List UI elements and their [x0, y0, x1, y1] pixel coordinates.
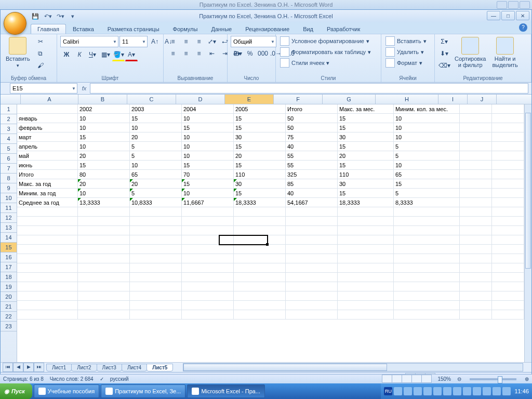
cell-J23[interactable] [492, 310, 524, 320]
cell-F20[interactable] [286, 282, 338, 291]
cell-G7[interactable]: 15 [338, 161, 394, 170]
cell-C8[interactable]: 65 [130, 170, 182, 179]
col-header-F[interactable]: F [274, 95, 323, 104]
cell-E22[interactable] [234, 301, 286, 310]
cell-G21[interactable] [338, 291, 394, 301]
cell-A2[interactable]: январь [17, 114, 78, 123]
cell-D7[interactable]: 15 [182, 161, 234, 170]
cell-A1[interactable] [17, 104, 78, 114]
start-button[interactable]: ◉ Пуск [0, 383, 32, 399]
cell-D23[interactable] [182, 310, 234, 320]
cell-E11[interactable]: 18,3333 [234, 198, 286, 207]
cell-B10[interactable]: 10 [78, 189, 130, 198]
sheet-tab-Лист1[interactable]: Лист1 [46, 364, 72, 371]
cell-G10[interactable]: 15 [338, 189, 394, 198]
cell-I11[interactable] [460, 198, 492, 207]
tray-icon[interactable] [502, 387, 511, 395]
cell-J15[interactable] [492, 235, 524, 245]
cell-A23[interactable] [17, 310, 78, 320]
cell-B23[interactable] [78, 310, 130, 320]
sheet-first-icon[interactable]: ⏮ [3, 363, 13, 372]
cell-E9[interactable]: 30 [234, 179, 286, 189]
sheet-next-icon[interactable]: ▶ [23, 363, 34, 372]
sheet-last-icon[interactable]: ⏭ [34, 363, 44, 372]
cell-G15[interactable] [338, 235, 394, 245]
formula-input[interactable] [90, 83, 528, 94]
tab-Вставка[interactable]: Вставка [66, 24, 101, 34]
cell-C21[interactable] [130, 291, 182, 301]
cell-E3[interactable]: 15 [234, 123, 286, 132]
cell-H5[interactable]: 5 [394, 142, 460, 151]
cell-B11[interactable]: 13,3333 [78, 198, 130, 207]
cell-E4[interactable]: 30 [234, 132, 286, 142]
cell-E2[interactable]: 15 [234, 114, 286, 123]
cell-G8[interactable]: 110 [338, 170, 394, 179]
tab-Вид[interactable]: Вид [296, 24, 320, 34]
cell-G18[interactable] [338, 263, 394, 273]
cell-F13[interactable] [286, 217, 338, 226]
cell-A19[interactable] [17, 273, 78, 282]
underline-button[interactable]: Ч▾ [86, 49, 99, 60]
cell-C14[interactable] [130, 226, 182, 235]
copy-icon[interactable]: ⧉ [34, 48, 47, 59]
align-right-icon[interactable]: ≡ [193, 48, 205, 59]
cell-J6[interactable] [492, 151, 524, 161]
cell-B14[interactable] [78, 226, 130, 235]
cell-B5[interactable]: 10 [78, 142, 130, 151]
word-close[interactable] [520, 1, 530, 9]
col-header-J[interactable]: J [468, 95, 497, 104]
cell-D19[interactable] [182, 273, 234, 282]
cell-F2[interactable]: 50 [286, 114, 338, 123]
cell-E1[interactable]: 2005 [234, 104, 286, 114]
row-header-10[interactable]: 10 [1, 193, 17, 203]
cell-C19[interactable] [130, 273, 182, 282]
cell-A22[interactable] [17, 301, 78, 310]
cell-G13[interactable] [338, 217, 394, 226]
align-bot-icon[interactable]: ≡ [193, 36, 205, 47]
fx-icon[interactable]: fx [78, 85, 90, 91]
cell-E5[interactable]: 15 [234, 142, 286, 151]
tab-Главная[interactable]: Главная [31, 24, 66, 34]
row-header-17[interactable]: 17 [1, 262, 17, 272]
cell-J10[interactable] [492, 189, 524, 198]
cell-I3[interactable] [460, 123, 492, 132]
office-button[interactable] [4, 12, 26, 35]
cell-C23[interactable] [130, 310, 182, 320]
cell-G2[interactable]: 15 [338, 114, 394, 123]
cell-E13[interactable] [234, 217, 286, 226]
col-header-A[interactable]: A [21, 95, 78, 104]
italic-button[interactable]: К [73, 49, 86, 60]
cell-D17[interactable] [182, 254, 234, 263]
cell-J21[interactable] [492, 291, 524, 301]
word-view-buttons[interactable] [382, 375, 431, 384]
cell-B18[interactable] [78, 263, 130, 273]
tray-icon[interactable] [483, 387, 491, 395]
cell-A21[interactable] [17, 291, 78, 301]
cell-D11[interactable]: 11,6667 [182, 198, 234, 207]
tray-icon[interactable] [423, 387, 432, 395]
cell-H7[interactable]: 10 [394, 161, 460, 170]
cell-D4[interactable]: 10 [182, 132, 234, 142]
cell-E17[interactable] [234, 254, 286, 263]
cell-D14[interactable] [182, 226, 234, 235]
cell-D9[interactable]: 15 [182, 179, 234, 189]
cell-C9[interactable]: 20 [130, 179, 182, 189]
cell-A9[interactable]: Макс. за год [17, 179, 78, 189]
sheet-tab-Лист4[interactable]: Лист4 [122, 364, 147, 371]
cell-H21[interactable] [394, 291, 460, 301]
cell-E15[interactable] [234, 235, 286, 245]
find-select-button[interactable]: Найти и выделить [490, 36, 520, 69]
cell-I20[interactable] [460, 282, 492, 291]
word-zoom-out[interactable]: ⊖ [457, 376, 461, 382]
comma-icon[interactable]: 000 [257, 48, 269, 59]
cell-H4[interactable]: 10 [394, 132, 460, 142]
cell-E20[interactable] [234, 282, 286, 291]
cell-E7[interactable]: 15 [234, 161, 286, 170]
cell-A11[interactable]: Среднее за год [17, 198, 78, 207]
cell-D10[interactable]: 10 [182, 189, 234, 198]
cell-H10[interactable]: 5 [394, 189, 460, 198]
clock[interactable]: 11:46 [514, 388, 529, 394]
cell-F11[interactable]: 54,1667 [286, 198, 338, 207]
cell-H13[interactable] [394, 217, 460, 226]
cell-A18[interactable] [17, 263, 78, 273]
